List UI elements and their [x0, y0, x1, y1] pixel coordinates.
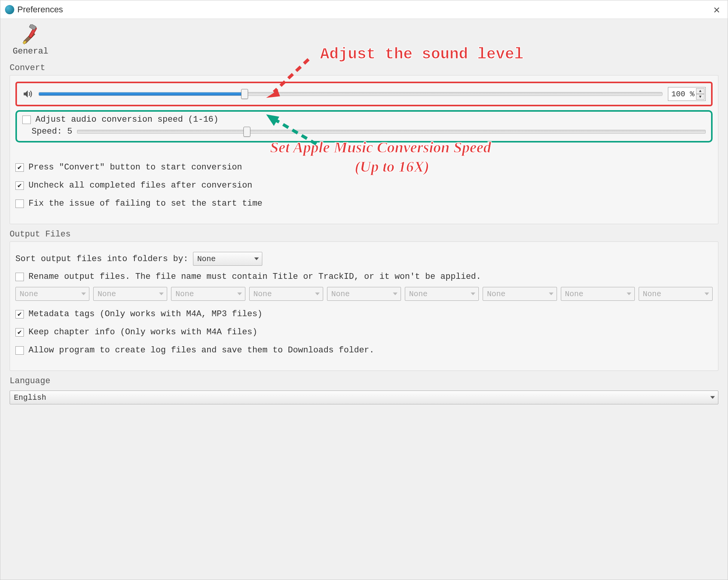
adjust-speed-checkbox[interactable] — [22, 116, 31, 124]
chapter-checkbox[interactable]: ✔ — [15, 328, 24, 337]
language-dropdown[interactable]: English — [10, 391, 718, 404]
rename-select-4[interactable]: None — [327, 287, 401, 301]
fix-issue-label: Fix the issue of failing to set the star… — [29, 199, 262, 208]
tools-icon — [20, 24, 41, 46]
volume-down-button[interactable]: ▼ — [696, 94, 705, 100]
chevron-down-icon — [81, 293, 86, 295]
chevron-down-icon — [710, 396, 715, 399]
volume-slider[interactable] — [39, 92, 663, 96]
sort-value: None — [197, 255, 216, 263]
rename-select-2[interactable]: None — [171, 287, 245, 301]
press-convert-label: Press "Convert" button to start conversi… — [29, 163, 242, 172]
convert-section-label: Convert — [10, 63, 718, 73]
uncheck-completed-checkbox[interactable]: ✔ — [15, 181, 24, 190]
rename-select-value: None — [409, 290, 428, 298]
chevron-down-icon — [393, 293, 398, 295]
uncheck-completed-label: Uncheck all completed files after conver… — [29, 181, 252, 190]
titlebar: Preferences ✕ — [0, 0, 728, 19]
rename-checkbox[interactable] — [15, 273, 24, 281]
adjust-speed-label: Adjust audio conversion speed (1-16) — [35, 115, 218, 124]
speaker-icon — [22, 89, 33, 99]
chevron-down-icon — [471, 293, 475, 295]
speed-slider[interactable] — [77, 130, 706, 134]
volume-up-button[interactable]: ▲ — [696, 88, 705, 94]
sort-dropdown[interactable]: None — [193, 252, 262, 266]
rename-select-value: None — [253, 290, 272, 298]
rename-label: Rename output files. The file name must … — [29, 272, 481, 282]
rename-select-1[interactable]: None — [93, 287, 167, 301]
chevron-down-icon — [315, 293, 320, 295]
rename-select-6[interactable]: None — [483, 287, 557, 301]
language-value: English — [14, 393, 46, 402]
log-checkbox[interactable] — [15, 346, 24, 355]
rename-select-3[interactable]: None — [249, 287, 323, 301]
rename-select-value: None — [175, 290, 194, 298]
chevron-down-icon — [627, 293, 631, 295]
sort-label: Sort output files into folders by: — [15, 254, 188, 264]
rename-select-value: None — [331, 290, 350, 298]
chevron-down-icon — [254, 258, 259, 260]
rename-select-value: None — [20, 290, 38, 298]
convert-group: 100 % ▲ ▼ Adjust audio conversion speed … — [10, 75, 718, 224]
fix-issue-checkbox[interactable] — [15, 199, 24, 208]
output-section-label: Output Files — [10, 230, 718, 239]
volume-input[interactable]: 100 % ▲ ▼ — [668, 87, 706, 101]
volume-value: 100 % — [671, 90, 694, 99]
rename-select-0[interactable]: None — [15, 287, 89, 301]
output-group: Sort output files into folders by: None … — [10, 241, 718, 371]
chevron-down-icon — [549, 293, 554, 295]
press-convert-checkbox[interactable]: ✔ — [15, 163, 24, 172]
volume-row-highlight: 100 % ▲ ▼ — [15, 82, 713, 106]
language-section-label: Language — [10, 376, 718, 386]
rename-select-value: None — [643, 290, 661, 298]
rename-select-7[interactable]: None — [561, 287, 635, 301]
log-label: Allow program to create log files and sa… — [29, 345, 374, 355]
rename-select-value: None — [565, 290, 584, 298]
metadata-label: Metadata tags (Only works with M4A, MP3 … — [29, 309, 262, 319]
volume-slider-thumb[interactable] — [241, 89, 248, 99]
window-title: Preferences — [17, 5, 710, 15]
chapter-label: Keep chapter info (Only works with M4A f… — [29, 327, 257, 337]
tab-general-label: General — [13, 47, 48, 56]
rename-select-value: None — [97, 290, 116, 298]
chevron-down-icon — [705, 293, 709, 295]
rename-select-8[interactable]: None — [639, 287, 713, 301]
rename-select-value: None — [487, 290, 505, 298]
tab-general[interactable]: General — [10, 23, 51, 58]
chevron-down-icon — [237, 293, 242, 295]
speed-row-highlight: Adjust audio conversion speed (1-16) Spe… — [15, 110, 713, 142]
speed-slider-thumb[interactable] — [243, 127, 250, 137]
metadata-checkbox[interactable]: ✔ — [15, 310, 24, 318]
chevron-down-icon — [159, 293, 164, 295]
rename-select-5[interactable]: None — [405, 287, 479, 301]
app-icon — [5, 5, 14, 14]
speed-value-label: Speed: 5 — [32, 127, 72, 136]
close-button[interactable]: ✕ — [710, 4, 723, 15]
